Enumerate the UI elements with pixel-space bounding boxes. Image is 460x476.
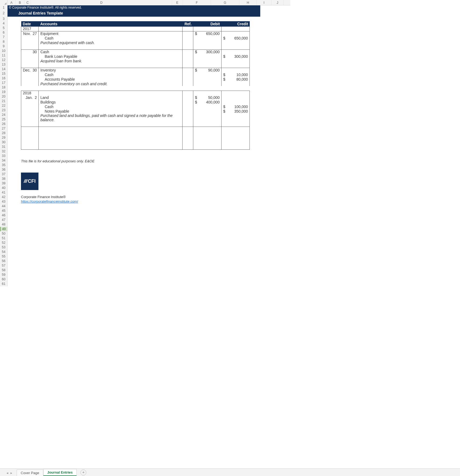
row-header-22[interactable]: 22 bbox=[0, 103, 7, 108]
row-header-26[interactable]: 26 bbox=[0, 122, 7, 126]
row-header-5[interactable]: 5 bbox=[0, 26, 7, 30]
row-header-17[interactable]: 17 bbox=[0, 81, 7, 85]
row-header-44[interactable]: 44 bbox=[0, 204, 7, 209]
table-row: Cash$100,000 bbox=[21, 104, 250, 109]
row-header-2[interactable]: 2 bbox=[0, 10, 7, 17]
row-header-24[interactable]: 24 bbox=[0, 113, 7, 117]
table-row bbox=[21, 63, 250, 68]
row-header-33[interactable]: 33 bbox=[0, 154, 7, 158]
table-row: Nov. 27Equipment$650,000 bbox=[21, 31, 250, 36]
table-row: Purchased equipment with cash. bbox=[21, 40, 250, 45]
row-header-30[interactable]: 30 bbox=[0, 140, 7, 145]
table-row bbox=[21, 140, 250, 145]
table-row: Accounts Payable$80,000 bbox=[21, 77, 250, 81]
row-header-34[interactable]: 34 bbox=[0, 158, 7, 163]
row-header-21[interactable]: 21 bbox=[0, 99, 7, 103]
row-header-36[interactable]: 36 bbox=[0, 167, 7, 172]
column-header-A[interactable]: A bbox=[8, 0, 16, 5]
footnote: This file is for educational purposes on… bbox=[21, 159, 290, 163]
row-header-46[interactable]: 46 bbox=[0, 213, 7, 218]
row-header-51[interactable]: 51 bbox=[0, 236, 7, 241]
row-header-7[interactable]: 7 bbox=[0, 35, 7, 40]
row-header-3[interactable]: 3 bbox=[0, 17, 7, 21]
table-row: 30Cash$300,000 bbox=[21, 49, 250, 54]
column-header-B[interactable]: B bbox=[16, 0, 24, 5]
column-header-D[interactable]: D bbox=[31, 0, 172, 5]
year-cell: 2017 bbox=[21, 27, 39, 31]
row-header-31[interactable]: 31 bbox=[0, 145, 7, 149]
row-header-58[interactable]: 58 bbox=[0, 268, 7, 273]
row-header-38[interactable]: 38 bbox=[0, 177, 7, 181]
column-header-I[interactable]: I bbox=[257, 0, 272, 5]
row-header-15[interactable]: 15 bbox=[0, 71, 7, 76]
row-header-12[interactable]: 12 bbox=[0, 58, 7, 62]
row-header-19[interactable]: 19 bbox=[0, 90, 7, 94]
row-header-29[interactable]: 29 bbox=[0, 135, 7, 140]
row-header-10[interactable]: 10 bbox=[0, 49, 7, 53]
row-header-50[interactable]: 50 bbox=[0, 231, 7, 236]
row-header-16[interactable]: 16 bbox=[0, 76, 7, 81]
org-name: Corporate Finance Institute® bbox=[21, 195, 290, 199]
table-row bbox=[21, 145, 250, 149]
column-header-G[interactable]: G bbox=[211, 0, 239, 5]
row-header-37[interactable]: 37 bbox=[0, 172, 7, 177]
row-header-57[interactable]: 57 bbox=[0, 263, 7, 268]
org-link: https://corporatefinanceinstitute.com/ bbox=[21, 199, 290, 204]
row-header-13[interactable]: 13 bbox=[0, 62, 7, 67]
row-header-18[interactable]: 18 bbox=[0, 85, 7, 90]
select-all-corner[interactable] bbox=[0, 0, 8, 5]
row-header-54[interactable]: 54 bbox=[0, 250, 7, 254]
column-header-C[interactable]: C bbox=[24, 0, 31, 5]
row-header-45[interactable]: 45 bbox=[0, 209, 7, 213]
row-header-28[interactable]: 28 bbox=[0, 131, 7, 135]
column-header-row: ABCDEFGHIJ bbox=[0, 0, 290, 5]
row-header-23[interactable]: 23 bbox=[0, 108, 7, 113]
row-header-20[interactable]: 20 bbox=[0, 94, 7, 99]
row-header-48[interactable]: 48 bbox=[0, 222, 7, 227]
row-header-25[interactable]: 25 bbox=[0, 117, 7, 122]
row-header-35[interactable]: 35 bbox=[0, 163, 7, 167]
row-header-42[interactable]: 42 bbox=[0, 195, 7, 199]
row-header-39[interactable]: 39 bbox=[0, 181, 7, 186]
table-row bbox=[21, 45, 250, 49]
row-header-40[interactable]: 40 bbox=[0, 186, 7, 190]
row-header-27[interactable]: 27 bbox=[0, 126, 7, 131]
row-header-49[interactable]: 49 bbox=[0, 227, 7, 231]
year-cell: 2018 bbox=[21, 91, 39, 95]
row-header-4[interactable]: 4 bbox=[0, 21, 7, 26]
org-link-anchor[interactable]: https://corporatefinanceinstitute.com/ bbox=[21, 199, 78, 203]
row-header-41[interactable]: 41 bbox=[0, 190, 7, 195]
row-header-14[interactable]: 14 bbox=[0, 67, 7, 71]
table-row: Purchased land and buildings, paid with … bbox=[21, 113, 250, 122]
column-header-F[interactable]: F bbox=[183, 0, 211, 5]
row-header-8[interactable]: 8 bbox=[0, 40, 7, 44]
table-row bbox=[21, 136, 250, 140]
logo-text: CFI bbox=[28, 178, 36, 184]
row-header-59[interactable]: 59 bbox=[0, 273, 7, 277]
row-header-6[interactable]: 6 bbox=[0, 30, 7, 35]
row-header-55[interactable]: 55 bbox=[0, 254, 7, 259]
row-header-11[interactable]: 11 bbox=[0, 53, 7, 58]
row-header-61[interactable]: 61 bbox=[0, 282, 7, 286]
column-header-H[interactable]: H bbox=[239, 0, 257, 5]
column-header-J[interactable]: J bbox=[272, 0, 284, 5]
logo-bars-icon: /// bbox=[24, 178, 27, 184]
row-header-1[interactable]: 1 bbox=[0, 5, 7, 10]
row-header-60[interactable]: 60 bbox=[0, 277, 7, 282]
row-header-53[interactable]: 53 bbox=[0, 245, 7, 250]
row-header-9[interactable]: 9 bbox=[0, 44, 7, 49]
table-row bbox=[21, 131, 250, 136]
table-row bbox=[21, 127, 250, 131]
header-ref: Ref. bbox=[183, 21, 193, 27]
row-header-43[interactable]: 43 bbox=[0, 199, 7, 204]
column-header-E[interactable]: E bbox=[172, 0, 183, 5]
cfi-logo: /// CFI bbox=[21, 173, 38, 190]
row-header-47[interactable]: 47 bbox=[0, 218, 7, 222]
spreadsheet-grid[interactable]: © Corporate Finance Institute®. All righ… bbox=[8, 5, 290, 295]
table-row: Cash$650,000 bbox=[21, 36, 250, 40]
row-header-32[interactable]: 32 bbox=[0, 149, 7, 154]
table-row: Cash$10,000 bbox=[21, 72, 250, 77]
row-header-56[interactable]: 56 bbox=[0, 259, 7, 263]
header-accounts: Accounts bbox=[39, 21, 183, 27]
row-header-52[interactable]: 52 bbox=[0, 241, 7, 245]
